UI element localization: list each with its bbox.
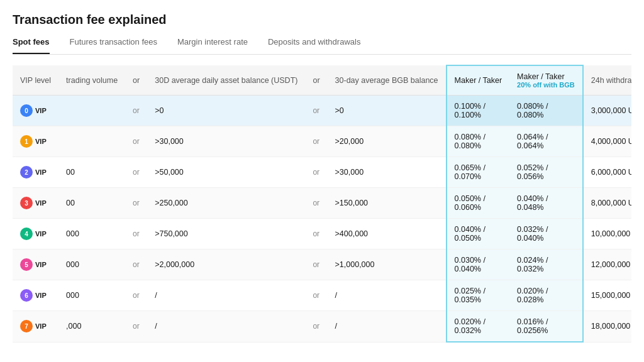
bgb-cell: /	[328, 280, 447, 311]
vip-cell-6: 6VIP	[13, 280, 58, 311]
or-cell-2: or	[305, 126, 327, 157]
col-withdrawal-header: 24h withdrawal limit (USD)	[583, 65, 631, 96]
bgb-cell: >20,000	[328, 126, 447, 157]
or-cell-1: or	[125, 188, 147, 219]
col-or2-header: or	[305, 65, 327, 96]
maker-taker-bgb-cell: 0.080% / 0.080%	[509, 96, 583, 126]
withdrawal-cell: 15,000,000 USD	[583, 280, 631, 311]
withdrawal-cell: 12,000,000 USD	[583, 250, 631, 280]
volume-cell: ,000	[58, 311, 125, 343]
asset-cell: /	[147, 311, 305, 343]
withdrawal-cell: 6,000,000 USD	[583, 157, 631, 188]
volume-cell: 000	[58, 219, 125, 250]
asset-cell: >750,000	[147, 219, 305, 250]
col-or1-header: or	[125, 65, 147, 96]
bgb-cell: >400,000	[328, 219, 447, 250]
bgb-cell: >150,000	[328, 188, 447, 219]
or-cell-2: or	[305, 219, 327, 250]
vip-cell-5: 5VIP	[13, 250, 58, 280]
tab-bar: Spot fees Futures transaction fees Margi…	[13, 37, 631, 55]
col-bgb-header: 30-day average BGB balance	[328, 65, 447, 96]
or-cell-1: or	[125, 96, 147, 126]
volume-cell: 00	[58, 157, 125, 188]
vip-cell-1: 1VIP	[13, 126, 58, 157]
withdrawal-cell: 3,000,000 USD	[583, 96, 631, 126]
or-cell-2: or	[305, 280, 327, 311]
maker-taker-cell: 0.020% / 0.032%	[447, 311, 510, 343]
or-cell-2: or	[305, 157, 327, 188]
or-cell-1: or	[125, 157, 147, 188]
maker-taker-cell: 0.080% / 0.080%	[447, 126, 510, 157]
col-volume-header: trading volume	[58, 65, 125, 96]
or-cell-2: or	[305, 311, 327, 343]
table-row: 6VIP000or/or/0.025% / 0.035%0.020% / 0.0…	[13, 280, 631, 311]
fee-table: VIP level trading volume or 30D average …	[13, 65, 631, 343]
col-vip-header: VIP level	[13, 65, 58, 96]
asset-cell: >50,000	[147, 157, 305, 188]
col-maker-taker-bgb-header: Maker / Taker 20% off with BGB	[509, 65, 583, 96]
tab-margin[interactable]: Margin interest rate	[177, 37, 248, 54]
asset-cell: >2,000,000	[147, 250, 305, 280]
volume-cell: 000	[58, 250, 125, 280]
volume-cell: 00	[58, 188, 125, 219]
vip-cell-0: 0VIP	[13, 96, 58, 126]
maker-taker-bgb-cell: 0.064% / 0.064%	[509, 126, 583, 157]
maker-taker-cell: 0.100% / 0.100%	[447, 96, 510, 126]
maker-taker-cell: 0.065% / 0.070%	[447, 157, 510, 188]
maker-taker-cell: 0.030% / 0.040%	[447, 250, 510, 280]
bgb-cell: >0	[328, 96, 447, 126]
volume-cell	[58, 96, 125, 126]
tab-deposits[interactable]: Deposits and withdrawals	[268, 37, 360, 54]
fee-table-wrapper: VIP level trading volume or 30D average …	[13, 65, 631, 343]
volume-cell	[58, 126, 125, 157]
or-cell-2: or	[305, 96, 327, 126]
or-cell-1: or	[125, 280, 147, 311]
maker-taker-cell: 0.025% / 0.035%	[447, 280, 510, 311]
asset-cell: >30,000	[147, 126, 305, 157]
table-row: 4VIP000or>750,000or>400,0000.040% / 0.05…	[13, 219, 631, 250]
withdrawal-cell: 18,000,000 USD	[583, 311, 631, 343]
table-row: 3VIP00or>250,000or>150,0000.050% / 0.060…	[13, 188, 631, 219]
asset-cell: >250,000	[147, 188, 305, 219]
or-cell-1: or	[125, 250, 147, 280]
maker-taker-bgb-cell: 0.040% / 0.048%	[509, 188, 583, 219]
maker-taker-bgb-cell: 0.032% / 0.040%	[509, 219, 583, 250]
maker-taker-bgb-cell: 0.024% / 0.032%	[509, 250, 583, 280]
table-row: 7VIP,000or/or/0.020% / 0.032%0.016% / 0.…	[13, 311, 631, 343]
tab-futures[interactable]: Futures transaction fees	[70, 37, 157, 54]
page-title: Transaction fee explained	[13, 13, 631, 27]
bgb-cell: >1,000,000	[328, 250, 447, 280]
table-row: 1VIPor>30,000or>20,0000.080% / 0.080%0.0…	[13, 126, 631, 157]
maker-taker-bgb-cell: 0.052% / 0.056%	[509, 157, 583, 188]
withdrawal-cell: 4,000,000 USD	[583, 126, 631, 157]
col-asset-header: 30D average daily asset balance (USDT)	[147, 65, 305, 96]
withdrawal-cell: 10,000,000 USD	[583, 219, 631, 250]
vip-cell-4: 4VIP	[13, 219, 58, 250]
bgb-cell: /	[328, 311, 447, 343]
maker-taker-bgb-cell: 0.016% / 0.0256%	[509, 311, 583, 343]
or-cell-1: or	[125, 126, 147, 157]
col-maker-taker-header: Maker / Taker	[447, 65, 510, 96]
asset-cell: /	[147, 280, 305, 311]
vip-cell-2: 2VIP	[13, 157, 58, 188]
table-header-row: VIP level trading volume or 30D average …	[13, 65, 631, 96]
withdrawal-cell: 8,000,000 USD	[583, 188, 631, 219]
or-cell-1: or	[125, 311, 147, 343]
vip-cell-7: 7VIP	[13, 311, 58, 343]
table-row: 0VIPor>0or>00.100% / 0.100%0.080% / 0.08…	[13, 96, 631, 126]
volume-cell: 000	[58, 280, 125, 311]
vip-cell-3: 3VIP	[13, 188, 58, 219]
maker-taker-cell: 0.050% / 0.060%	[447, 188, 510, 219]
or-cell-2: or	[305, 250, 327, 280]
bgb-cell: >30,000	[328, 157, 447, 188]
maker-taker-bgb-cell: 0.020% / 0.028%	[509, 280, 583, 311]
or-cell-2: or	[305, 188, 327, 219]
table-row: 5VIP000or>2,000,000or>1,000,0000.030% / …	[13, 250, 631, 280]
asset-cell: >0	[147, 96, 305, 126]
maker-taker-cell: 0.040% / 0.050%	[447, 219, 510, 250]
table-row: 2VIP00or>50,000or>30,0000.065% / 0.070%0…	[13, 157, 631, 188]
tab-spot[interactable]: Spot fees	[13, 37, 50, 54]
or-cell-1: or	[125, 219, 147, 250]
